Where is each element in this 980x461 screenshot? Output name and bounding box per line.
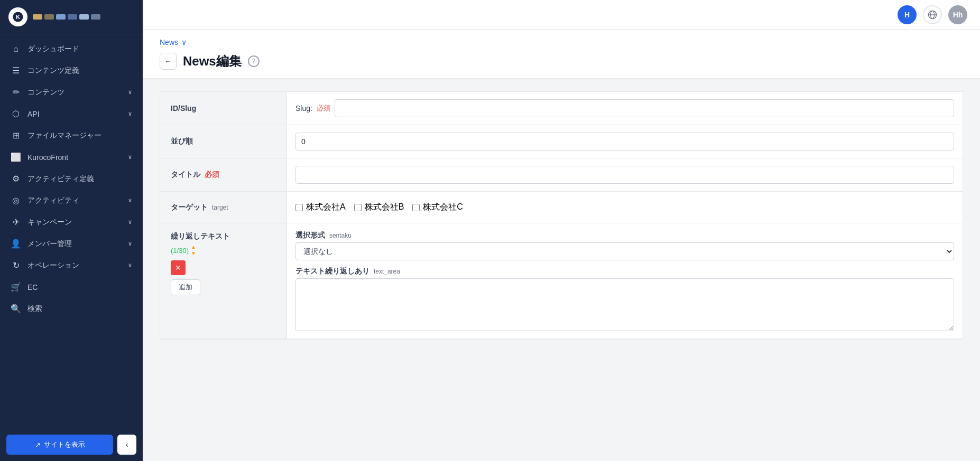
- sidebar-item-label: オペレーション: [27, 261, 79, 270]
- sidebar-item-content-def[interactable]: ☰ コンテンツ定義: [0, 60, 143, 81]
- sidebar-item-activity-def[interactable]: ⚙ アクティビティ定義: [0, 168, 143, 190]
- slug-row: Slug: 必須: [295, 99, 954, 117]
- site-view-button[interactable]: ↗ サイトを表示: [6, 435, 113, 455]
- folder-icon: ⊞: [11, 130, 21, 140]
- field-order: [287, 125, 963, 158]
- edit-icon: ✏: [11, 87, 21, 97]
- breadcrumb: News ∨: [160, 38, 963, 46]
- refresh-icon: ↻: [11, 260, 21, 270]
- logo-colors: [33, 14, 100, 20]
- avatar-h[interactable]: H: [898, 5, 917, 24]
- svg-text:K: K: [16, 14, 20, 20]
- external-link-icon: ↗: [35, 441, 41, 449]
- slug-input[interactable]: [335, 99, 954, 117]
- sidebar-item-label: API: [27, 110, 40, 118]
- page-title: News編集: [183, 53, 242, 70]
- sidebar-item-campaign[interactable]: ✈ キャンペーン ∨: [0, 211, 143, 233]
- add-repeat-button[interactable]: 追加: [171, 279, 200, 295]
- sidebar-item-kuroco-front[interactable]: ⬜ KurocoFront ∨: [0, 146, 143, 168]
- arrow-down-button[interactable]: ▼: [191, 251, 196, 256]
- checkbox-company-a[interactable]: 株式会社A: [295, 202, 346, 213]
- logo-icon: K: [8, 7, 27, 26]
- sidebar-item-label: アクティビティ定義: [27, 174, 94, 184]
- sidebar-bottom: ↗ サイトを表示 ‹: [0, 428, 143, 461]
- send-icon: ✈: [11, 217, 21, 227]
- field-repeat: 選択形式 sentaku 選択なし テキスト繰り返しあり text_are: [287, 223, 963, 338]
- sidebar-item-member[interactable]: 👤 メンバー管理 ∨: [0, 233, 143, 255]
- sidebar-item-label: キャンペーン: [27, 218, 72, 227]
- form-row-title: タイトル 必須: [160, 158, 963, 192]
- search-icon: 🔍: [11, 304, 21, 314]
- chevron-down-icon: ∨: [128, 110, 132, 117]
- form-section: ID/Slug Slug: 必須 並び順: [160, 91, 963, 340]
- form-row-order: 並び順: [160, 125, 963, 158]
- repeat-textarea[interactable]: [295, 278, 954, 331]
- main: H Hh News ∨ ← News編集 ?: [143, 0, 980, 461]
- checkbox-c-label: 株式会社C: [423, 202, 463, 213]
- circle-icon: ◎: [11, 195, 21, 205]
- checkbox-a-label: 株式会社A: [306, 202, 346, 213]
- checkbox-company-b[interactable]: 株式会社B: [354, 202, 404, 213]
- sidebar-item-file-manager[interactable]: ⊞ ファイルマネージャー: [0, 125, 143, 146]
- field-target: 株式会社A 株式会社B 株式会社C: [287, 192, 963, 223]
- form-row-id-slug: ID/Slug Slug: 必須: [160, 92, 963, 125]
- slug-label: Slug:: [295, 104, 312, 112]
- textarea-group: テキスト繰り返しあり text_area: [295, 267, 954, 331]
- label-repeat: 繰り返しテキスト (1/30) ▲ ▼ ✕ 追加: [160, 223, 287, 338]
- checkbox-b-label: 株式会社B: [365, 202, 404, 213]
- repeat-counter: (1/30) ▲ ▼: [171, 244, 276, 256]
- field-title: [287, 158, 963, 191]
- sidebar-item-label: コンテンツ: [27, 88, 64, 97]
- chevron-down-icon: ∨: [128, 89, 132, 96]
- checkbox-a-input[interactable]: [295, 204, 303, 211]
- label-target: ターゲット target: [160, 192, 287, 223]
- chevron-left-icon: ‹: [126, 440, 128, 449]
- sidebar-item-label: EC: [27, 283, 38, 291]
- sidebar-item-ec[interactable]: 🛒 EC: [0, 276, 143, 298]
- page-title-row: ← News編集 ?: [160, 53, 963, 78]
- checkbox-company-c[interactable]: 株式会社C: [412, 202, 463, 213]
- sidebar-item-search[interactable]: 🔍 検索: [0, 298, 143, 319]
- sidebar-item-label: アクティビティ: [27, 196, 79, 205]
- select-sentaku-group: 選択形式 sentaku 選択なし: [295, 231, 954, 260]
- sidebar-item-api[interactable]: ⬡ API ∨: [0, 103, 143, 125]
- order-input[interactable]: [295, 133, 954, 150]
- sidebar-item-label: ダッシュボード: [27, 44, 79, 54]
- sidebar-collapse-button[interactable]: ‹: [117, 435, 136, 455]
- checkbox-group-target: 株式会社A 株式会社B 株式会社C: [295, 202, 463, 213]
- arrow-left-icon: ←: [164, 57, 172, 65]
- form-row-repeat: 繰り返しテキスト (1/30) ▲ ▼ ✕ 追加: [160, 223, 963, 339]
- globe-icon[interactable]: [923, 5, 942, 24]
- back-button[interactable]: ←: [160, 53, 177, 70]
- chevron-down-icon: ∨: [128, 240, 132, 247]
- chevron-down-icon: ∨: [128, 197, 132, 204]
- chevron-down-icon: ∨: [128, 219, 132, 225]
- list-icon: ☰: [11, 65, 21, 76]
- help-icon[interactable]: ?: [248, 55, 260, 67]
- repeat-arrows: ▲ ▼: [191, 244, 196, 256]
- cart-icon: 🛒: [11, 282, 21, 292]
- form-area: ID/Slug Slug: 必須 並び順: [143, 79, 980, 352]
- breadcrumb-news[interactable]: News: [160, 38, 178, 46]
- chevron-down-icon: ∨: [181, 38, 187, 46]
- api-icon: ⬡: [11, 109, 21, 119]
- delete-repeat-button[interactable]: ✕: [171, 260, 186, 275]
- header: H Hh: [143, 0, 980, 30]
- sidebar-item-operation[interactable]: ↻ オペレーション ∨: [0, 255, 143, 276]
- sidebar: K ⌂ ダッシュボード ☰ コンテンツ定義 ✏ コンテンツ ∨ ⬡ API: [0, 0, 143, 461]
- avatar-hh[interactable]: Hh: [948, 5, 967, 24]
- sidebar-logo: K: [0, 0, 143, 34]
- sidebar-item-content[interactable]: ✏ コンテンツ ∨: [0, 81, 143, 103]
- sentaku-select[interactable]: 選択なし: [295, 242, 954, 260]
- gear-icon: ⚙: [11, 174, 21, 184]
- arrow-up-button[interactable]: ▲: [191, 244, 196, 250]
- title-input[interactable]: [295, 166, 954, 184]
- checkbox-c-input[interactable]: [412, 204, 420, 211]
- checkbox-b-input[interactable]: [354, 204, 362, 211]
- label-title: タイトル 必須: [160, 158, 287, 191]
- sidebar-item-label: ファイルマネージャー: [27, 131, 101, 140]
- form-row-target: ターゲット target 株式会社A 株式会社B: [160, 192, 963, 223]
- sidebar-item-activity[interactable]: ◎ アクティビティ ∨: [0, 190, 143, 211]
- sidebar-item-dashboard[interactable]: ⌂ ダッシュボード: [0, 39, 143, 60]
- sidebar-item-label: 検索: [27, 304, 42, 314]
